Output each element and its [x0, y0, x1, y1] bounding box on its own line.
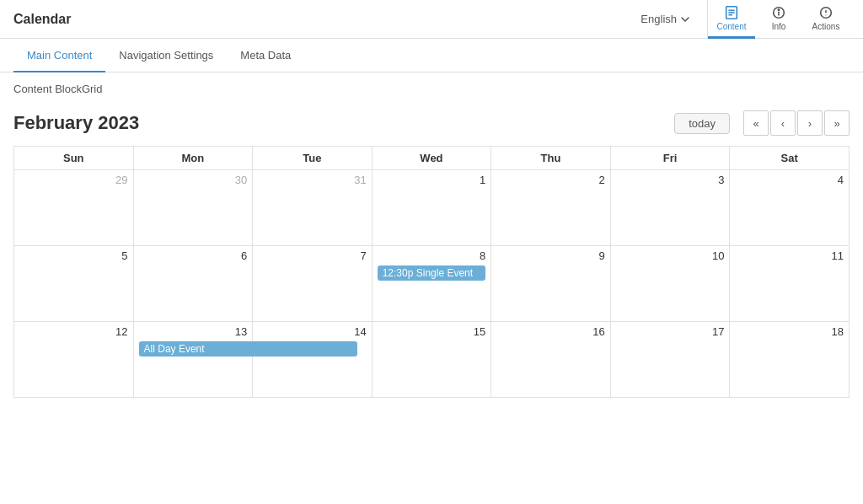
- day-number: 29: [19, 174, 128, 186]
- day-number: 8: [378, 249, 486, 262]
- nav-tabs: Main Content Navigation Settings Meta Da…: [0, 39, 863, 72]
- tab-meta-data[interactable]: Meta Data: [227, 39, 304, 72]
- calendar-nav-buttons: « ‹ › »: [743, 110, 850, 136]
- actions-tab-btn[interactable]: Actions: [802, 0, 850, 39]
- calendar-cell[interactable]: 31: [253, 170, 373, 246]
- tab-main-content[interactable]: Main Content: [13, 39, 105, 72]
- event-all-day[interactable]: All Day Event: [139, 341, 357, 357]
- info-icon-label: Info: [772, 22, 786, 31]
- day-number: 7: [258, 249, 367, 262]
- info-tab-btn[interactable]: Info: [755, 0, 802, 39]
- calendar-grid: Sun Mon Tue Wed Thu Fri Sat 293031123456…: [13, 146, 850, 398]
- day-header-thu: Thu: [491, 147, 611, 170]
- day-number: 9: [496, 249, 605, 262]
- content-icon: [724, 5, 739, 20]
- calendar-cell[interactable]: 2: [491, 170, 611, 246]
- calendar-cell[interactable]: 16: [491, 322, 611, 398]
- calendar-cell[interactable]: 6: [133, 246, 253, 322]
- calendar-cell[interactable]: 1: [372, 170, 491, 246]
- page-title: Calendar: [13, 12, 641, 27]
- day-number: 17: [616, 325, 725, 338]
- day-number: 16: [496, 325, 605, 338]
- day-header-sun: Sun: [14, 147, 134, 170]
- day-header-tue: Tue: [253, 147, 373, 170]
- day-header-sat: Sat: [730, 147, 850, 170]
- prev-prev-button[interactable]: «: [743, 110, 769, 136]
- actions-icon-label: Actions: [812, 22, 840, 31]
- day-header-wed: Wed: [372, 147, 491, 170]
- next-button[interactable]: ›: [797, 110, 823, 136]
- calendar-cell[interactable]: 18: [730, 322, 850, 398]
- actions-icon: [818, 5, 834, 20]
- calendar-cell[interactable]: 15: [372, 322, 491, 398]
- day-number: 3: [616, 174, 725, 186]
- calendar-title: February 2023: [13, 112, 674, 134]
- day-header-mon: Mon: [133, 147, 253, 170]
- calendar-cell[interactable]: 7: [253, 246, 373, 322]
- svg-point-6: [778, 9, 779, 10]
- day-number: 14: [258, 325, 367, 338]
- calendar-cell[interactable]: 14: [253, 322, 373, 398]
- chevron-down-icon: [680, 14, 690, 24]
- day-number: 13: [139, 325, 248, 338]
- day-number: 31: [258, 174, 367, 186]
- today-button[interactable]: today: [674, 113, 730, 134]
- day-number: 5: [19, 249, 128, 262]
- day-number: 10: [616, 249, 725, 262]
- day-number: 12: [19, 325, 128, 338]
- event-block[interactable]: 12:30p Single Event: [378, 265, 486, 281]
- content-tab-btn[interactable]: Content: [708, 0, 755, 39]
- calendar-cell[interactable]: 812:30p Single Event: [372, 246, 491, 322]
- day-number: 6: [139, 249, 248, 262]
- calendar-cell[interactable]: 13All Day Event: [133, 322, 253, 398]
- day-number: 18: [735, 325, 844, 338]
- language-selector[interactable]: English: [641, 13, 690, 25]
- day-number: 11: [735, 249, 844, 262]
- day-number: 2: [496, 174, 605, 186]
- calendar-header: February 2023 today « ‹ › »: [13, 110, 850, 136]
- language-label: English: [641, 13, 677, 25]
- calendar-area: February 2023 today « ‹ › » Sun Mon Tue …: [0, 102, 863, 406]
- info-icon: [771, 5, 786, 20]
- calendar-cell[interactable]: 17: [610, 322, 730, 398]
- day-number: 4: [735, 174, 844, 186]
- calendar-cell[interactable]: 30: [133, 170, 253, 246]
- calendar-cell[interactable]: 11: [730, 246, 850, 322]
- calendar-cell[interactable]: 4: [730, 170, 850, 246]
- day-number: 15: [378, 325, 486, 338]
- content-blockgrid-label: Content BlockGrid: [0, 72, 863, 102]
- calendar-cell[interactable]: 9: [491, 246, 611, 322]
- calendar-cell[interactable]: 3: [610, 170, 730, 246]
- day-header-fri: Fri: [610, 147, 730, 170]
- next-next-button[interactable]: »: [824, 110, 850, 136]
- top-bar: Calendar English Content Info Actions: [0, 0, 863, 39]
- prev-button[interactable]: ‹: [770, 110, 796, 136]
- day-number: 1: [378, 174, 486, 186]
- calendar-cell[interactable]: 10: [610, 246, 730, 322]
- calendar-cell[interactable]: 5: [14, 246, 134, 322]
- content-icon-label: Content: [716, 22, 746, 31]
- top-icon-group: Content Info Actions: [707, 0, 850, 39]
- calendar-cell[interactable]: 29: [14, 170, 134, 246]
- tab-navigation-settings[interactable]: Navigation Settings: [105, 39, 227, 72]
- calendar-cell[interactable]: 12: [14, 322, 134, 398]
- day-number: 30: [139, 174, 248, 186]
